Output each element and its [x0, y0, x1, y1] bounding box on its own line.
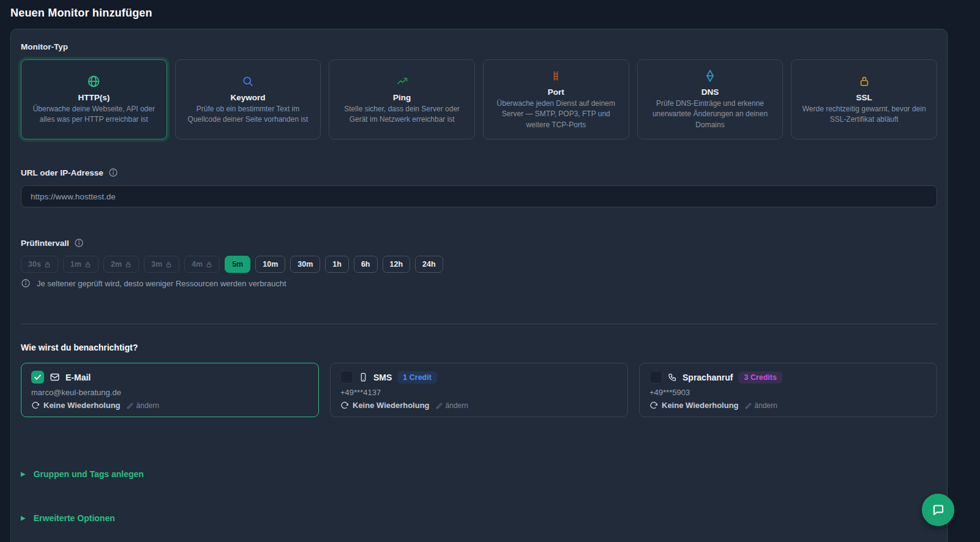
change-repeat-link[interactable]: ändern [436, 401, 468, 410]
interval-button-6h[interactable]: 6h [354, 256, 378, 273]
monitor-type-card-ssl[interactable]: SSL Werde rechtzeitig gewarnt, bevor dei… [791, 59, 937, 139]
notification-card-email[interactable]: E-Mail marco@keul-beratung.de Keine Wied… [21, 363, 319, 417]
monitor-type-description: Stelle sicher, dass dein Server oder Ger… [339, 104, 465, 125]
activity-icon [339, 74, 465, 89]
notification-card-voice-call[interactable]: Sprachanruf 3 Credits +49***5903 Keine W… [639, 363, 937, 417]
interval-button-2m[interactable]: 2m [103, 256, 139, 273]
lock-icon [206, 261, 212, 268]
interval-button-1m[interactable]: 1m [63, 256, 99, 273]
interval-button-30m[interactable]: 30m [290, 256, 320, 273]
monitor-type-card-ping[interactable]: Ping Stelle sicher, dass dein Server ode… [329, 59, 475, 139]
notification-channels: E-Mail marco@keul-beratung.de Keine Wied… [21, 363, 937, 417]
chevron-right-icon: ▶ [21, 515, 26, 521]
url-input[interactable] [21, 185, 937, 207]
advanced-options-disclosure[interactable]: ▶ Erweiterte Optionen [21, 513, 937, 523]
info-icon [21, 278, 31, 288]
interval-options: 30s 1m 2m 3m 4m 5m 10m 30m 1h 6h 12h 24h [21, 256, 937, 273]
monitor-type-card-http[interactable]: HTTP(s) Überwache deine Webseite, API od… [21, 59, 167, 139]
pencil-icon [436, 402, 443, 409]
repeat-icon [340, 401, 349, 410]
credit-badge: 3 Credits [738, 371, 782, 384]
notification-card-sms[interactable]: SMS 1 Credit +49***4137 Keine Wiederholu… [330, 363, 628, 417]
monitor-type-title: HTTP(s) [31, 93, 157, 102]
interval-button-5m[interactable]: 5m [225, 256, 250, 273]
monitor-type-title: Port [493, 87, 619, 97]
monitor-type-label: Monitor-Typ [21, 42, 937, 51]
chat-bubble-icon [931, 503, 946, 518]
monitor-type-grid: HTTP(s) Überwache deine Webseite, API od… [21, 59, 937, 139]
monitor-type-description: Überwache jeden Dienst auf deinem Server… [493, 98, 619, 130]
monitor-type-description: Prüfe ob ein bestimmter Text im Quellcod… [185, 104, 311, 125]
pencil-icon [127, 402, 134, 409]
chevron-right-icon: ▶ [21, 471, 26, 477]
globe-icon [31, 74, 157, 89]
envelope-icon [50, 372, 60, 382]
repeat-setting: Keine Wiederholung [43, 401, 121, 410]
section-divider [21, 324, 937, 324]
mobile-phone-icon [359, 373, 368, 382]
interval-button-4m[interactable]: 4m [184, 256, 220, 273]
channel-name: SMS [373, 373, 392, 382]
repeat-icon [31, 401, 40, 410]
groups-tags-label: Gruppen und Tags anlegen [34, 469, 144, 479]
phone-handset-icon [668, 373, 677, 382]
add-monitor-panel: Monitor-Typ HTTP(s) Überwache deine Webs… [10, 29, 948, 542]
info-icon[interactable] [108, 168, 118, 177]
groups-tags-disclosure[interactable]: ▶ Gruppen und Tags anlegen [21, 469, 937, 479]
monitor-type-title: Keyword [185, 93, 311, 102]
interval-button-10m[interactable]: 10m [255, 256, 285, 273]
lock-icon [84, 261, 91, 268]
pencil-icon [745, 402, 752, 409]
monitor-type-card-port[interactable]: Port Überwache jeden Dienst auf deinem S… [483, 59, 629, 139]
email-address: marco@keul-beratung.de [31, 388, 309, 397]
diamond-icon [648, 69, 773, 83]
interval-section: Prüfintervall 30s 1m 2m 3m 4m 5m 10m 30m… [21, 238, 937, 288]
credit-badge: 1 Credit [397, 371, 437, 384]
change-repeat-link[interactable]: ändern [127, 401, 159, 410]
interval-button-1h[interactable]: 1h [325, 256, 349, 273]
search-icon [185, 74, 311, 89]
monitor-type-description: Prüfe DNS-Einträge und erkenne unerwarte… [648, 98, 773, 130]
repeat-setting: Keine Wiederholung [662, 401, 739, 410]
change-repeat-link[interactable]: ändern [745, 401, 777, 410]
sms-checkbox[interactable] [340, 371, 353, 384]
voice-call-checkbox[interactable] [649, 371, 662, 384]
url-field-label: URL oder IP-Adresse [21, 168, 103, 177]
interval-button-24h[interactable]: 24h [415, 256, 443, 273]
interval-button-12h[interactable]: 12h [383, 256, 411, 273]
channel-name: E-Mail [65, 373, 91, 382]
lock-icon [44, 261, 51, 268]
interval-note-text: Je seltener geprüft wird, desto weniger … [37, 279, 286, 288]
padlock-icon [801, 74, 927, 89]
voice-phone-number: +49***5903 [649, 388, 927, 397]
monitor-type-title: SSL [801, 93, 927, 102]
page-title: Neuen Monitor hinzufügen [0, 0, 980, 20]
monitor-type-description: Überwache deine Webseite, API oder alles… [31, 104, 157, 125]
lock-icon [125, 261, 132, 268]
monitor-type-title: DNS [648, 87, 773, 97]
interval-button-30s[interactable]: 30s [21, 256, 58, 273]
repeat-setting: Keine Wiederholung [353, 401, 430, 410]
notifications-heading: Wie wirst du benachrichtigt? [21, 343, 937, 352]
email-checkbox[interactable] [31, 371, 44, 384]
advanced-options-label: Erweiterte Optionen [34, 513, 115, 523]
interval-button-3m[interactable]: 3m [144, 256, 179, 273]
ladder-icon [493, 69, 619, 83]
monitor-type-title: Ping [339, 93, 465, 102]
lock-icon [165, 261, 172, 268]
monitor-type-card-dns[interactable]: DNS Prüfe DNS-Einträge und erkenne unerw… [637, 59, 784, 139]
info-icon[interactable] [74, 238, 84, 248]
monitor-type-card-keyword[interactable]: Keyword Prüfe ob ein bestimmter Text im … [175, 59, 321, 139]
sms-phone-number: +49***4137 [340, 388, 618, 397]
monitor-type-description: Werde rechtzeitig gewarnt, bevor dein SS… [801, 104, 927, 125]
interval-label: Prüfintervall [21, 239, 69, 248]
chat-button[interactable] [922, 494, 954, 526]
url-section: URL oder IP-Adresse [21, 168, 937, 207]
repeat-icon [649, 401, 658, 410]
channel-name: Sprachanruf [683, 373, 733, 382]
